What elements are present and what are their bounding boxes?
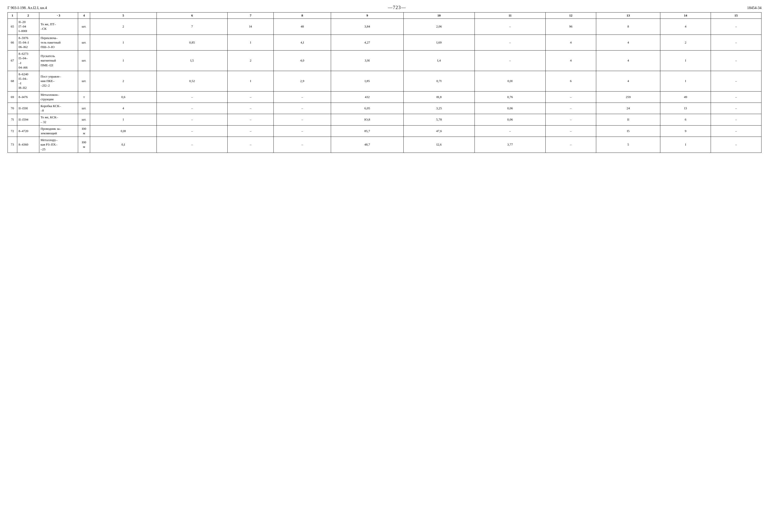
page-header: Г 903-I-198. Ал.I2.I, кн.4 —723— 18454-3… [8, 5, 761, 10]
table-row: 738–4360Металлору– кав РЗ–ПХ– –25I00 м0,… [8, 137, 761, 153]
cell-5-0: 70 [8, 103, 17, 114]
cell-8-7: – [274, 137, 331, 153]
cell-2-13: I [660, 51, 711, 71]
cell-3-3: шт. [78, 71, 90, 91]
cell-1-7: 4,I [274, 35, 331, 51]
cell-1-10: – [474, 35, 545, 51]
cell-1-4: I [90, 35, 157, 51]
table-row: 7III–I594То же, КСК– – 32шт.I–––IO,85,78… [8, 114, 761, 125]
cell-1-0: 66 [8, 35, 17, 51]
table-row: 678–6273 I5–04– –I 04–i66Пускатель магни… [8, 51, 761, 71]
cell-5-14: – [711, 103, 761, 114]
cell-0-12: 8 [596, 19, 660, 35]
cell-4-9: 8I,8 [403, 91, 474, 103]
cell-7-7: – [274, 125, 331, 137]
cell-5-9: 3,25 [403, 103, 474, 114]
cell-1-12: 4 [596, 35, 660, 51]
table-row: 688–6240 I5–04– –I I8–II2Пост управле– н… [8, 71, 761, 91]
cell-3-13: I [660, 71, 711, 91]
cell-3-10: 0,0I [474, 71, 545, 91]
cell-2-7: 4,0 [274, 51, 331, 71]
cell-5-3: шт. [78, 103, 90, 114]
cell-8-10: 3,77 [474, 137, 545, 153]
cell-5-12: 24 [596, 103, 660, 114]
cell-1-3: шт. [78, 35, 90, 51]
cell-1-6: I [228, 35, 274, 51]
cell-6-10: 0,06 [474, 114, 545, 125]
cell-7-4: 0,I8 [90, 125, 157, 137]
cell-2-5: I,5 [156, 51, 228, 71]
cell-4-5: – [156, 91, 228, 103]
cell-5-5: – [156, 103, 228, 114]
cell-4-10: 0,76 [474, 91, 545, 103]
cell-6-12: II [596, 114, 660, 125]
col-header-15: 15 [711, 13, 761, 19]
table-row: 70II–I59IКоробка КСК– –8шт.4–––6,053,250… [8, 103, 761, 114]
cell-7-11: – [545, 125, 596, 137]
cell-8-1: 8–4360 [17, 137, 39, 153]
cell-4-11: – [545, 91, 596, 103]
cell-0-1: II–20 I7–04 I–000I [17, 19, 39, 35]
col-header-13: 13 [596, 13, 660, 19]
cell-1-2: Переключа– тель пакетный ПШ–З–IО [39, 35, 78, 51]
cell-7-8: 85,7 [331, 125, 404, 137]
cell-0-11: 96 [545, 19, 596, 35]
cell-5-1: II–I59I [17, 103, 39, 114]
cell-2-11: 4 [545, 51, 596, 71]
col-header-9: 9 [331, 13, 404, 19]
cell-4-2: Металлокон– струкции [39, 91, 78, 103]
cell-6-7: – [274, 114, 331, 125]
cell-3-0: 68 [8, 71, 17, 91]
cell-0-0: 65 [8, 19, 17, 35]
cell-7-1: 8–4720 [17, 125, 39, 137]
cell-3-2: Пост управле– ния ПКЕ– –2I2–2 [39, 71, 78, 91]
cell-5-6: – [228, 103, 274, 114]
cell-1-5: 0,85 [156, 35, 228, 51]
cell-4-6: – [228, 91, 274, 103]
cell-8-4: 0,I [90, 137, 157, 153]
col-header-7: 7 [228, 13, 274, 19]
col-header-1: 1 [8, 13, 17, 19]
cell-7-2: Проводник за– земляющий [39, 125, 78, 137]
table-row: 698–I476Металлокон– струкциит0,6–––4328I… [8, 91, 761, 103]
cell-6-3: шт. [78, 114, 90, 125]
cell-3-14: – [711, 71, 761, 91]
col-header-4: 4 [78, 13, 90, 19]
cell-6-8: IO,8 [331, 114, 404, 125]
table-row: 65II–20 I7–04 I–000IТо же, ПТ– –СКшт.27I… [8, 19, 761, 35]
cell-3-12: 4 [596, 71, 660, 91]
cell-7-6: – [228, 125, 274, 137]
cell-8-8: 48,7 [331, 137, 404, 153]
cell-1-13: 2 [660, 35, 711, 51]
cell-4-1: 8–I476 [17, 91, 39, 103]
cell-2-12: 4 [596, 51, 660, 71]
cell-4-12: 259 [596, 91, 660, 103]
table-row: 728–4720Проводник за– земляющийI00 м0,I8… [8, 125, 761, 137]
cell-8-6: – [228, 137, 274, 153]
cell-3-8: I,85 [331, 71, 404, 91]
cell-4-7: – [274, 91, 331, 103]
cell-6-4: I [90, 114, 157, 125]
cell-6-13: 6 [660, 114, 711, 125]
cell-6-1: II–I594 [17, 114, 39, 125]
cell-4-8: 432 [331, 91, 404, 103]
col-header-12: 12 [545, 13, 596, 19]
cell-8-12: 5 [596, 137, 660, 153]
cell-4-4: 0,6 [90, 91, 157, 103]
table-header-row: 12· 3456789101112131415 [8, 13, 761, 19]
cell-2-14: – [711, 51, 761, 71]
cell-6-5: – [156, 114, 228, 125]
cell-5-2: Коробка КСК– –8 [39, 103, 78, 114]
cell-6-11: – [545, 114, 596, 125]
cell-5-8: 6,05 [331, 103, 404, 114]
cell-0-10: – [474, 19, 545, 35]
col-header-2: 2 [17, 13, 39, 19]
cell-2-2: Пускатель магнитный ПМЕ–I2I [39, 51, 78, 71]
cell-4-0: 69 [8, 91, 17, 103]
cell-1-11: 4 [545, 35, 596, 51]
cell-8-14: – [711, 137, 761, 153]
cell-0-4: 2 [90, 19, 157, 35]
cell-2-9: I,4 [403, 51, 474, 71]
cell-7-3: I00 м [78, 125, 90, 137]
cell-2-10: – [474, 51, 545, 71]
